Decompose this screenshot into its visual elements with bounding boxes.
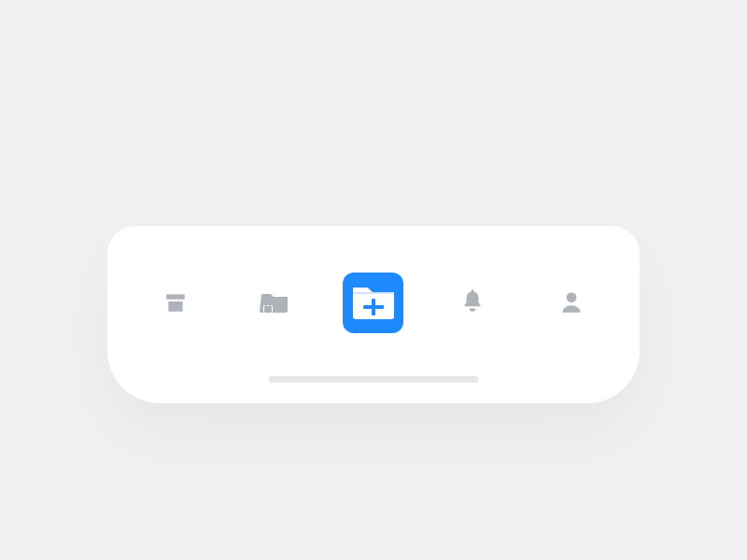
svg-point-11	[566, 292, 576, 302]
nav-item-add-folder[interactable]	[343, 273, 403, 333]
nav-item-archive[interactable]	[146, 273, 206, 333]
svg-rect-10	[472, 289, 473, 292]
svg-rect-8	[363, 305, 384, 309]
screen	[0, 0, 747, 560]
nav-item-locked-folder[interactable]	[245, 273, 305, 333]
lock-folder-icon	[260, 290, 289, 315]
home-indicator	[269, 376, 479, 383]
nav-items-row	[107, 265, 640, 340]
bell-icon	[460, 289, 485, 315]
svg-rect-9	[353, 292, 394, 294]
svg-rect-0	[167, 294, 186, 299]
nav-item-alerts[interactable]	[442, 273, 502, 333]
archive-icon	[163, 290, 188, 315]
nav-item-profile[interactable]	[541, 273, 601, 333]
active-highlight	[343, 273, 403, 333]
person-icon	[559, 290, 584, 315]
svg-rect-1	[169, 301, 183, 312]
svg-rect-3	[264, 306, 272, 313]
bottom-nav-bar	[107, 226, 640, 403]
add-folder-icon	[350, 282, 397, 323]
